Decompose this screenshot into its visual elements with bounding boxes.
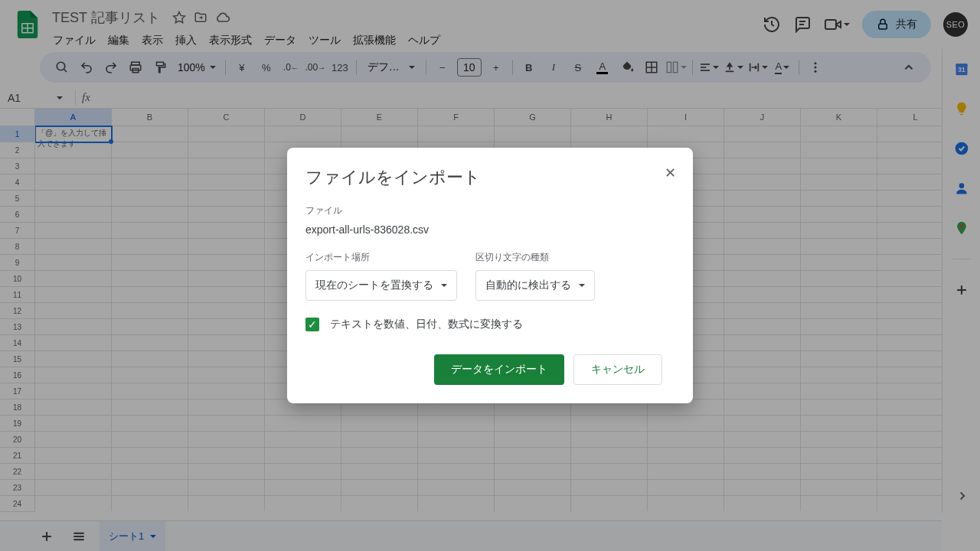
import-location-select[interactable]: 現在のシートを置換する (305, 270, 457, 301)
convert-checkbox-label: テキストを数値、日付、数式に変換する (330, 318, 523, 331)
dialog-title: ファイルをインポート (305, 166, 675, 189)
delimiter-select[interactable]: 自動的に検出する (475, 270, 595, 301)
convert-checkbox[interactable]: ✓ (305, 318, 319, 331)
file-section-label: ファイル (305, 204, 675, 217)
delimiter-label: 区切り文字の種類 (475, 251, 595, 264)
cancel-button[interactable]: キャンセル (573, 354, 662, 385)
import-filename: export-all-urls-836028.csv (305, 223, 675, 236)
modal-overlay: ファイルをインポート ✕ ファイル export-all-urls-836028… (0, 0, 980, 551)
import-file-dialog: ファイルをインポート ✕ ファイル export-all-urls-836028… (287, 148, 693, 403)
import-location-label: インポート場所 (305, 251, 457, 264)
import-data-button[interactable]: データをインポート (434, 354, 564, 385)
close-icon[interactable]: ✕ (665, 165, 676, 181)
